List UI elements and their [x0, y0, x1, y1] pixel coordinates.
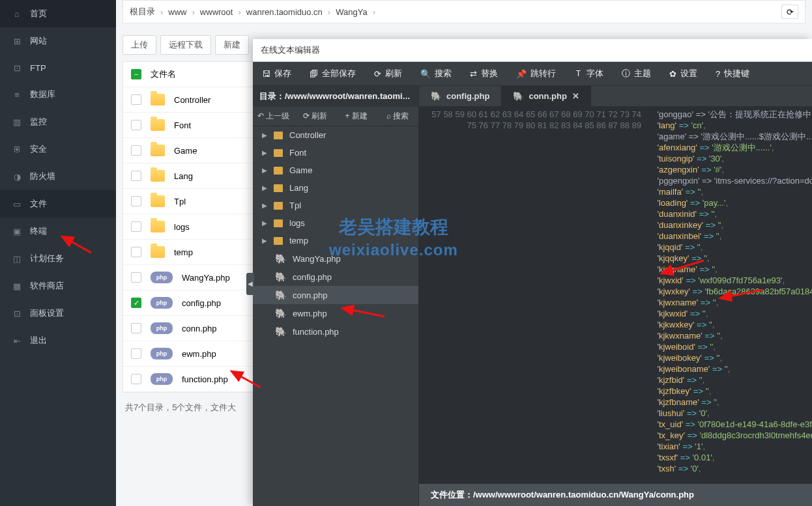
file-checkbox[interactable] [131, 272, 141, 283]
sidebar-label: 首页 [30, 8, 47, 20]
breadcrumb: 根目录›www›wwwroot›wanren.taomiduo.cn›WangY… [123, 0, 805, 23]
file-checkbox[interactable] [131, 323, 141, 333]
sidebar-item-appstore[interactable]: ▦软件商店 [0, 272, 116, 300]
toolbar-label: 保存 [274, 68, 291, 79]
editor-toolbar: 🖫保存🗐全部保存⟳刷新🔍搜索⇄替换📌跳转行Ｔ字体ⓘ主题✿设置?快捷键 [253, 62, 812, 86]
tree-item[interactable]: ▶Controller [253, 126, 418, 144]
file-checkbox[interactable] [131, 94, 141, 105]
sidebar-item-files[interactable]: ▭文件 [0, 190, 116, 218]
sidebar-item-home[interactable]: ⌂首页 [0, 0, 116, 27]
file-checkbox[interactable] [131, 145, 141, 156]
toolbar-icon: ✿ [669, 69, 676, 79]
toolbar-icon: 📌 [516, 69, 527, 79]
sidebar-item-logout[interactable]: ⇤退出 [0, 327, 116, 354]
editor-tb-跳转行[interactable]: 📌跳转行 [507, 62, 565, 85]
toolbar-label: 字体 [587, 68, 603, 79]
tree-refresh-button[interactable]: ⟳ 刷新 [295, 107, 336, 126]
file-name: Game [174, 146, 197, 156]
breadcrumb-item[interactable]: www [168, 7, 186, 17]
select-all-checkbox[interactable]: − [131, 69, 141, 79]
tree-new-button[interactable]: + 新建 [336, 107, 377, 126]
sidebar-item-cron[interactable]: ◫计划任务 [0, 245, 116, 272]
toolbar-label: 快捷键 [724, 68, 749, 79]
sidebar-item-firewall[interactable]: ◑防火墙 [0, 163, 116, 190]
editor-tb-设置[interactable]: ✿设置 [660, 62, 706, 85]
toolbar-icon: ⓘ [622, 68, 630, 79]
tree-item[interactable]: 🐘function.php [253, 322, 418, 341]
tree-item[interactable]: 🐘WangYa.php [253, 249, 418, 268]
sidebar-item-security[interactable]: ⛨安全 [0, 135, 116, 163]
refresh-button[interactable]: ⟳ [781, 5, 798, 19]
editor-tb-快捷键[interactable]: ?快捷键 [706, 62, 759, 85]
editor-tb-全部保存[interactable]: 🗐全部保存 [300, 62, 365, 85]
tree-item[interactable]: ▶Lang [253, 179, 418, 197]
file-name: Tpl [174, 197, 186, 206]
breadcrumb-item[interactable]: wwwroot [200, 7, 233, 17]
file-checkbox[interactable] [131, 374, 141, 384]
editor-tb-保存[interactable]: 🖫保存 [253, 62, 300, 85]
terminal-icon: ▣ [12, 226, 22, 236]
new-button[interactable]: 新建 [215, 35, 249, 55]
toolbar-label: 全部保存 [322, 68, 356, 79]
sidebar-item-monitor[interactable]: ▥监控 [0, 108, 116, 135]
tree-item[interactable]: 🐘ewm.php [253, 304, 418, 322]
tree-item-label: temp [289, 236, 308, 246]
tree-item[interactable]: 🐘conn.php [253, 286, 418, 304]
editor-tb-搜索[interactable]: 🔍搜索 [411, 62, 461, 85]
tree-up-button[interactable]: ↶ 上一级 [253, 107, 295, 126]
folder-icon [274, 237, 283, 245]
breadcrumb-item[interactable]: 根目录 [130, 6, 155, 18]
file-checkbox[interactable] [131, 171, 141, 181]
upload-button[interactable]: 上传 [123, 35, 156, 55]
close-icon[interactable]: ✕ [572, 91, 579, 101]
site-icon: ⊞ [12, 36, 22, 46]
folder-icon [151, 145, 165, 156]
editor-tb-字体[interactable]: Ｔ字体 [565, 62, 613, 85]
editor-tab[interactable]: 🐘conn.php✕ [501, 86, 591, 106]
breadcrumb-item[interactable]: wanren.taomiduo.cn [246, 7, 323, 17]
toolbar-icon: ⟳ [374, 69, 381, 79]
file-checkbox[interactable] [131, 348, 141, 359]
tree-item-label: config.php [293, 272, 332, 282]
breadcrumb-item[interactable]: WangYa [336, 7, 367, 17]
folder-icon [274, 132, 283, 139]
file-checkbox[interactable] [131, 247, 141, 257]
toolbar-icon: 🗐 [310, 69, 318, 79]
sidebar-item-settings[interactable]: ⊡面板设置 [0, 300, 116, 327]
file-checkbox[interactable] [131, 120, 141, 130]
breadcrumb-separator: › [160, 7, 163, 17]
folder-icon [274, 219, 283, 227]
tree-item-label: Font [289, 148, 306, 158]
tree-item[interactable]: 🐘config.php [253, 268, 418, 286]
editor-tab[interactable]: 🐘config.php [419, 86, 501, 106]
sidebar-item-ftp[interactable]: ⊡FTP [0, 55, 116, 81]
tree-toolbar: ↶ 上一级 ⟳ 刷新 + 新建 ⌕ 搜索 [253, 107, 418, 126]
status-bar: 文件位置：/www/wwwroot/wanren.taomiduo.cn/Wan… [419, 484, 812, 506]
folder-icon [274, 149, 283, 157]
file-checkbox[interactable] [131, 221, 141, 232]
file-checkbox[interactable] [131, 196, 141, 206]
file-checkbox[interactable]: ✓ [131, 298, 141, 308]
sidebar-item-database[interactable]: ≡数据库 [0, 81, 116, 108]
sidebar-item-site[interactable]: ⊞网站 [0, 27, 116, 55]
tree-item[interactable]: ▶temp [253, 232, 418, 249]
folder-icon [274, 202, 283, 210]
tree-item[interactable]: ▶logs [253, 214, 418, 232]
tree-search-button[interactable]: ⌕ 搜索 [377, 107, 419, 126]
collapse-handle[interactable]: ◀ [246, 273, 254, 295]
editor-tb-主题[interactable]: ⓘ主题 [613, 62, 660, 85]
editor-tb-替换[interactable]: ⇄替换 [461, 62, 507, 85]
editor-tb-刷新[interactable]: ⟳刷新 [365, 62, 411, 85]
code-editor[interactable]: 57 58 59 60 61 62 63 64 65 66 67 68 69 7… [419, 106, 812, 484]
chevron-icon: ▶ [262, 219, 267, 227]
tree-item[interactable]: ▶Tpl [253, 197, 418, 214]
sidebar-label: 网站 [30, 35, 47, 47]
toolbar-label: 跳转行 [530, 68, 556, 79]
tree-item[interactable]: ▶Game [253, 162, 418, 179]
tree-item[interactable]: ▶Font [253, 144, 418, 162]
php-icon: 🐘 [275, 272, 286, 282]
sidebar-item-terminal[interactable]: ▣终端 [0, 218, 116, 245]
toolbar-label: 设置 [680, 68, 697, 79]
remote-download-button[interactable]: 远程下载 [160, 35, 211, 55]
tree-item-label: conn.php [293, 290, 328, 300]
